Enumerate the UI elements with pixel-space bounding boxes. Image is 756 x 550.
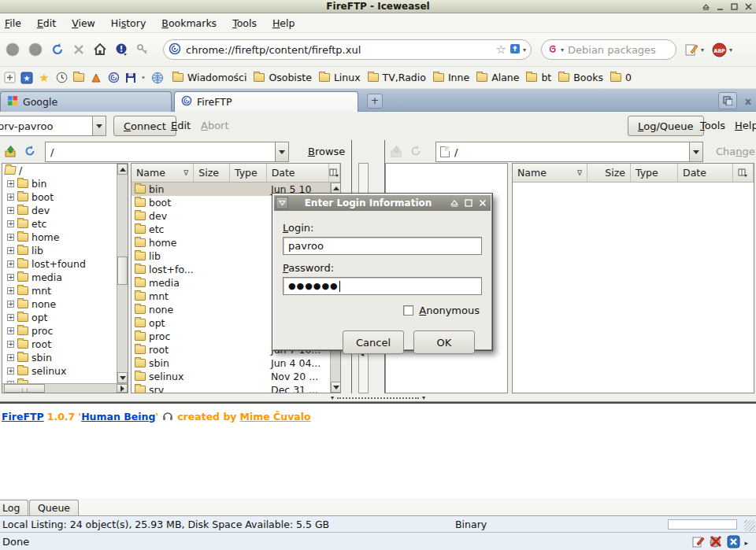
back-button[interactable] [2, 39, 23, 60]
splitter-arrow-icon[interactable]: ▾ [331, 395, 334, 401]
tools-menu-button[interactable]: Tools [695, 120, 730, 131]
bookmark-folder[interactable]: Osobiste [254, 72, 312, 83]
tree-item-proc[interactable]: +proc [2, 324, 117, 338]
expander-icon[interactable]: + [7, 247, 14, 254]
minimize-window-icon[interactable] [714, 1, 725, 12]
column-header-name[interactable]: Name∇ [513, 164, 587, 182]
tree-item-media[interactable]: +media [2, 271, 117, 284]
stop-button[interactable] [69, 39, 88, 60]
resize-grip[interactable] [744, 520, 755, 531]
tab-log[interactable]: Log [0, 500, 28, 515]
add-bookmark-icon[interactable] [2, 70, 17, 86]
column-picker-icon[interactable] [733, 164, 754, 182]
starred-icon[interactable]: ★ [36, 70, 52, 86]
bookmark-folder[interactable]: bt [526, 72, 551, 83]
tree-item-sbin[interactable]: +sbin [2, 351, 117, 364]
edit-account-button[interactable]: Edit [166, 120, 195, 131]
bookmark-folder[interactable]: Wiadomości [172, 72, 246, 83]
search-engine-dropdown-icon[interactable]: ▾ [561, 46, 564, 54]
expander-icon[interactable]: + [7, 180, 14, 187]
tree-item-bin[interactable]: +bin [2, 177, 117, 190]
scrollbar-thumb[interactable] [4, 384, 45, 393]
tree-item-partial[interactable]: + [2, 378, 117, 383]
expander-icon[interactable]: + [7, 194, 14, 201]
save-floppy-icon[interactable] [123, 70, 139, 86]
urlbar-dropdown-icon[interactable]: ▾ [523, 46, 526, 54]
tree-item-none[interactable]: +none [2, 297, 117, 311]
expander-icon[interactable]: + [7, 327, 14, 334]
codename-link[interactable]: Human Being [81, 411, 155, 423]
shade-window-icon[interactable] [700, 1, 711, 12]
account-select[interactable]: prv-pavroo [0, 116, 106, 136]
splitter-grippy[interactable] [337, 397, 419, 399]
remote-path-select[interactable]: / [435, 142, 703, 162]
dialog-maximize-icon[interactable] [462, 197, 475, 209]
tree-vertical-scrollbar[interactable] [117, 164, 128, 383]
expander-icon[interactable]: + [7, 234, 14, 241]
web-globe-icon[interactable] [150, 70, 165, 86]
expander-icon[interactable]: + [7, 341, 14, 348]
expander-icon[interactable]: + [7, 301, 14, 308]
log-queue-button[interactable]: Log/Queue [628, 116, 704, 136]
ok-button[interactable]: OK [413, 330, 475, 354]
expander-icon[interactable]: + [7, 367, 14, 375]
scroll-up-icon[interactable] [331, 183, 341, 194]
file-row-selinux[interactable]: selinuxNov 20 ... [132, 370, 330, 383]
statusbar-expand-icon[interactable]: ▸ [744, 539, 748, 547]
page-info-icon[interactable]: ! [112, 39, 131, 60]
local-refresh-icon[interactable] [23, 144, 37, 158]
list-all-tabs-button[interactable] [718, 92, 737, 109]
search-placeholder[interactable]: Debian packages [568, 44, 670, 56]
menu-help[interactable]: Help [265, 15, 303, 31]
compose-addon-button[interactable]: ▾ [684, 42, 704, 57]
folders-icon[interactable] [71, 70, 87, 86]
dialog-close-icon[interactable] [476, 197, 489, 209]
maximize-window-icon[interactable] [728, 1, 739, 12]
bookmark-folder[interactable]: Inne [433, 72, 469, 83]
go-button-icon[interactable] [510, 43, 521, 57]
scroll-down-icon[interactable] [331, 382, 341, 393]
extension-status-icon[interactable] [727, 535, 740, 550]
blocked-status-icon[interactable] [709, 534, 723, 550]
bookmark-folder[interactable]: TV,Radio [368, 72, 426, 83]
expander-icon[interactable]: + [7, 354, 14, 361]
fireftp-link[interactable]: FireFTP [2, 411, 44, 423]
dialog-menu-icon[interactable] [276, 197, 288, 209]
login-input[interactable]: pavroo [283, 237, 482, 255]
dialog-titlebar[interactable]: Enter Login Information [274, 195, 491, 211]
column-header-type[interactable]: Type [631, 164, 678, 182]
column-picker-icon[interactable] [329, 164, 340, 182]
scroll-right-icon[interactable] [117, 384, 128, 393]
bookmark-folder[interactable]: Books [558, 72, 603, 83]
reload-button[interactable] [48, 39, 67, 60]
menu-bookmarks[interactable]: Bookmarks [154, 15, 224, 31]
splitter-arrow-icon[interactable]: ▾ [422, 395, 425, 401]
forward-button[interactable] [25, 39, 46, 60]
close-tab-button[interactable]: x [742, 95, 754, 107]
compose-status-icon[interactable] [691, 535, 705, 550]
column-header-date[interactable]: Date [678, 164, 733, 182]
history-clock-icon[interactable] [54, 70, 69, 86]
url-text[interactable]: chrome://fireftp/content/fireftp.xul [186, 44, 496, 56]
tag-icon[interactable] [88, 70, 104, 86]
tree-item-lost+found[interactable]: +lost+found [2, 257, 117, 271]
local-path-dropdown-icon[interactable] [275, 142, 288, 161]
file-row-srv[interactable]: srvDec 31 ... [132, 383, 330, 393]
account-dropdown-icon[interactable] [92, 116, 106, 135]
tree-item-lib[interactable]: +lib [2, 244, 117, 257]
tab-queue[interactable]: Queue [29, 500, 79, 515]
tree-item-root[interactable]: +root [2, 338, 117, 351]
transfer-mode-label[interactable]: Binary [455, 519, 487, 530]
column-header-name[interactable]: Name∇ [132, 164, 194, 182]
compose-dropdown-icon[interactable]: ▾ [701, 46, 704, 54]
column-header-size[interactable]: Size [194, 164, 230, 182]
author-link[interactable]: Mime Čuvalo [240, 411, 311, 423]
anonymous-checkbox[interactable] [403, 305, 413, 316]
tree-item-home[interactable]: +home [2, 231, 117, 244]
expander-icon[interactable]: + [7, 220, 14, 227]
menu-edit[interactable]: Edit [29, 15, 64, 31]
expander-icon[interactable]: + [7, 314, 14, 321]
expander-icon[interactable]: + [7, 287, 14, 294]
local-parent-dir-icon[interactable] [3, 144, 17, 158]
expander-icon[interactable]: + [7, 207, 14, 214]
